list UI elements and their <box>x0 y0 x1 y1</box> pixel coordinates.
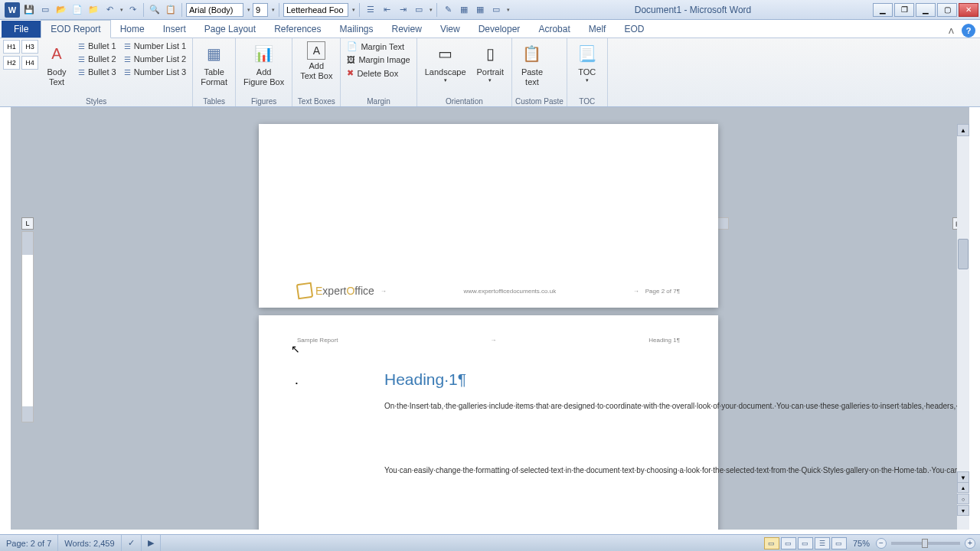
qat-icon-8[interactable]: 📋 <box>164 3 178 17</box>
print-layout-view[interactable]: ▭ <box>764 537 779 549</box>
h4-button[interactable]: H4 <box>21 56 38 70</box>
numlist2-button[interactable]: ☰Number List 2 <box>121 53 189 65</box>
outdent-icon[interactable]: ⇤ <box>380 3 394 17</box>
qat-icon-12[interactable]: ▭ <box>412 3 426 17</box>
undo-icon[interactable]: ↶ <box>103 3 116 17</box>
maximize-button[interactable]: ▢ <box>937 3 957 17</box>
add-figure-button[interactable]: 📊 Add Figure Box <box>239 40 289 89</box>
tab-references[interactable]: References <box>265 21 330 37</box>
margin-image-icon: 🖼 <box>347 55 355 64</box>
body-text-button[interactable]: A Body Text <box>40 40 74 89</box>
header-right: Heading 1¶ <box>648 337 680 344</box>
open-icon[interactable]: 📂 <box>54 3 68 17</box>
numlist3-button[interactable]: ☰Number List 3 <box>121 66 189 78</box>
table-format-button[interactable]: ▦ Table Format <box>196 40 232 89</box>
tab-insert[interactable]: Insert <box>154 21 195 37</box>
redo-icon[interactable]: ↷ <box>126 3 139 17</box>
zoom-slider-thumb[interactable] <box>922 539 928 548</box>
qat-more[interactable]: ▾ <box>507 7 510 13</box>
help-icon[interactable]: ? <box>962 24 975 37</box>
scroll-thumb[interactable] <box>958 239 969 269</box>
qat-icon-2[interactable]: ▭ <box>38 3 52 17</box>
size-dropdown[interactable]: ▾ <box>272 7 275 13</box>
page-indicator[interactable]: Page: 2 of 7 <box>0 535 58 551</box>
qat-icon-9[interactable]: ☰ <box>364 3 377 17</box>
zoom-level[interactable]: 75% <box>853 539 870 548</box>
tab-page-layout[interactable]: Page Layout <box>195 21 265 37</box>
tab-mailings[interactable]: Mailings <box>331 21 383 37</box>
minimize-ribbon-icon[interactable]: ᐱ <box>949 27 954 35</box>
document-paragraph-1[interactable]: On·the·Insert·tab,·the·galleries·include… <box>384 401 680 412</box>
mdi-min-button[interactable]: ▁ <box>873 3 893 17</box>
qat-icon-15[interactable]: ▦ <box>473 3 487 17</box>
indent-icon[interactable]: ⇥ <box>396 3 410 17</box>
tab-melf[interactable]: Melf <box>580 21 616 37</box>
zoom-in-button[interactable]: + <box>965 538 975 549</box>
draft-view[interactable]: ▭ <box>831 537 847 549</box>
orientation-group-label: Orientation <box>420 96 508 106</box>
qat-icon-14[interactable]: ▦ <box>457 3 471 17</box>
outline-view[interactable]: ☰ <box>815 537 830 549</box>
vertical-ruler[interactable] <box>21 231 34 422</box>
landscape-button[interactable]: ▭ Landscape▾ <box>420 40 471 86</box>
font-dropdown[interactable]: ▾ <box>247 7 250 13</box>
tab-eod-report[interactable]: EOD Report <box>41 20 110 38</box>
file-tab[interactable]: File <box>2 21 41 37</box>
document-paragraph-2[interactable]: You·can·easily·change·the·formatting·of·… <box>384 465 680 476</box>
add-textbox-button[interactable]: A Add Text Box <box>296 40 337 83</box>
paste-text-button[interactable]: 📋 Paste text <box>515 40 549 89</box>
tab-home[interactable]: Home <box>111 21 154 37</box>
h2-button[interactable]: H2 <box>3 56 20 70</box>
scroll-up-button[interactable]: ▲ <box>957 124 969 136</box>
page-1[interactable]: ExpertOffice → www.expertofficedocuments… <box>259 124 718 308</box>
mdi-restore-button[interactable]: ❐ <box>894 3 914 17</box>
close-button[interactable]: ✕ <box>959 3 978 17</box>
print-preview-icon[interactable]: 🔍 <box>148 3 162 17</box>
zoom-out-button[interactable]: − <box>876 538 887 549</box>
margin-image-button[interactable]: 🖼Margin Image <box>344 54 413 66</box>
h3-button[interactable]: H3 <box>21 40 38 54</box>
prev-page-button[interactable]: ▲ <box>957 482 969 493</box>
bullet1-button[interactable]: ☰Bullet 1 <box>75 40 119 52</box>
font-name-box[interactable]: Arial (Body) <box>186 3 243 17</box>
browse-object-button[interactable]: ○ <box>957 494 969 504</box>
ribbon-tabs: File EOD Report Home Insert Page Layout … <box>0 20 980 38</box>
bullet2-button[interactable]: ☰Bullet 2 <box>75 53 119 65</box>
qat-icon-4[interactable]: 📄 <box>70 3 84 17</box>
tab-developer[interactable]: Developer <box>469 21 530 37</box>
tab-view[interactable]: View <box>431 21 469 37</box>
macro-icon[interactable]: ▶ <box>142 535 161 551</box>
qat-icon-16[interactable]: ▭ <box>489 3 503 17</box>
style-dropdown[interactable]: ▾ <box>352 7 355 13</box>
tab-eod[interactable]: EOD <box>615 21 653 37</box>
document-heading[interactable]: Heading·1¶ <box>384 370 466 389</box>
zoom-slider[interactable] <box>891 542 960 545</box>
web-layout-view[interactable]: ▭ <box>798 537 813 549</box>
minimize-button[interactable]: ▁ <box>916 3 936 17</box>
ribbon: H1 H3 H2 H4 A Body Text ☰Bullet 1 ☰Bulle… <box>0 38 980 107</box>
qat-icon-5[interactable]: 📁 <box>87 3 100 17</box>
qat-dd-12[interactable]: ▾ <box>430 7 433 13</box>
portrait-button[interactable]: ▯ Portrait▾ <box>472 40 508 86</box>
tab-acrobat[interactable]: Acrobat <box>529 21 579 37</box>
numlist1-button[interactable]: ☰Number List 1 <box>121 40 189 52</box>
margin-text-button[interactable]: 📄Margin Text <box>344 40 413 53</box>
full-screen-view[interactable]: ▭ <box>781 537 796 549</box>
h1-button[interactable]: H1 <box>3 40 20 54</box>
proofing-icon[interactable]: ✓ <box>122 535 142 551</box>
ruler-corner[interactable]: L <box>21 217 34 230</box>
next-page-button[interactable]: ▼ <box>957 505 969 516</box>
save-icon[interactable]: 💾 <box>22 3 36 17</box>
bullet3-button[interactable]: ☰Bullet 3 <box>75 66 119 78</box>
undo-dropdown[interactable]: ▾ <box>120 7 123 13</box>
status-bar: Page: 2 of 7 Words: 2,459 ✓ ▶ ▭ ▭ ▭ ☰ ▭ … <box>0 534 980 551</box>
font-size-box[interactable]: 9 <box>253 3 268 17</box>
quick-style-box[interactable]: Letterhead Foo <box>283 3 348 17</box>
toc-button[interactable]: 📃 TOC▾ <box>570 40 604 86</box>
delete-box-button[interactable]: ✖Delete Box <box>344 67 413 80</box>
page-2[interactable]: Sample Report → Heading 1¶ ↖ • Heading·1… <box>259 315 718 530</box>
qat-icon-13[interactable]: ✎ <box>441 3 455 17</box>
vertical-scrollbar[interactable]: ▲ ▼ ▲ ○ ▼ <box>957 124 969 530</box>
tab-review[interactable]: Review <box>383 21 431 37</box>
word-count[interactable]: Words: 2,459 <box>58 535 121 551</box>
